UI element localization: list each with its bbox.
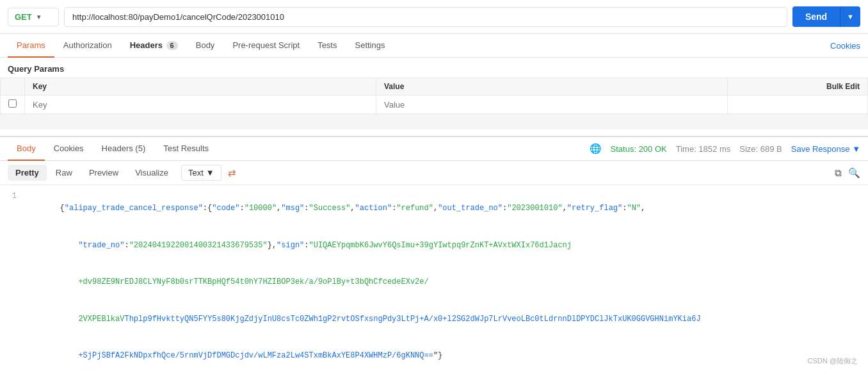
code-line-5: +SjPjSBfA2FkNDpxfhQce/5rnmVjDfDMGDcjdv/w… bbox=[0, 338, 868, 371]
response-size: Size: 689 B bbox=[739, 144, 782, 154]
tab-body[interactable]: Body bbox=[187, 34, 224, 58]
code-text-1: {"alipay_trade_cancel_response":{"code":… bbox=[23, 190, 868, 227]
url-bar: GET ▼ Send ▼ bbox=[0, 0, 868, 34]
response-meta: 🌐 Status: 200 OK Time: 1852 ms Size: 689… bbox=[590, 143, 860, 154]
tab-headers[interactable]: Headers 6 bbox=[121, 34, 187, 58]
value-col-header: Value bbox=[376, 78, 727, 95]
format-tab-visualize[interactable]: Visualize bbox=[127, 165, 176, 181]
section-divider bbox=[0, 114, 868, 129]
method-chevron: ▼ bbox=[36, 13, 42, 21]
method-label: GET bbox=[15, 12, 32, 22]
tab-params[interactable]: Params bbox=[8, 34, 54, 58]
query-params-title: Query Params bbox=[0, 58, 868, 78]
code-text-2: "trade_no":"2024041922001400321433679535… bbox=[23, 227, 868, 265]
format-tab-raw[interactable]: Raw bbox=[48, 165, 80, 181]
response-time: Time: 1852 ms bbox=[676, 144, 731, 154]
response-tab-body[interactable]: Body bbox=[8, 137, 45, 161]
send-dropdown-button[interactable]: ▼ bbox=[840, 6, 860, 27]
tab-tests[interactable]: Tests bbox=[309, 34, 346, 58]
code-text-4: 2VXPEBlkaVThplp9fHvkttyQN5FYY5s80KjgZdjy… bbox=[23, 301, 868, 338]
watermark: CSDN @陆御之 bbox=[808, 356, 858, 366]
save-response-label: Save Response bbox=[791, 144, 850, 154]
code-content: 1 {"alipay_trade_cancel_response":{"code… bbox=[0, 185, 868, 371]
format-tabs-row: Pretty Raw Preview Visualize Text ▼ ⇄ ⧉ … bbox=[0, 161, 868, 185]
search-icon[interactable]: 🔍 bbox=[848, 167, 860, 179]
table-row bbox=[1, 95, 868, 114]
bulk-edit-col-header[interactable]: Bulk Edit bbox=[727, 78, 867, 95]
code-line-4: 2VXPEBlkaVThplp9fHvkttyQN5FYY5s80KjgZdjy… bbox=[0, 301, 868, 338]
headers-badge: 6 bbox=[166, 41, 178, 50]
response-tab-headers[interactable]: Headers (5) bbox=[93, 137, 155, 161]
cookies-link[interactable]: Cookies bbox=[830, 41, 860, 51]
code-line-1: 1 {"alipay_trade_cancel_response":{"code… bbox=[0, 190, 868, 227]
code-text-3: +dv98ZE9NrEDJ8CLYNyF8b0srTTKBpHQf54t0hY7… bbox=[23, 264, 868, 301]
line-number: 1 bbox=[0, 190, 23, 202]
text-format-chevron: ▼ bbox=[206, 168, 214, 177]
tab-authorization[interactable]: Authorization bbox=[54, 34, 121, 58]
save-response-button[interactable]: Save Response ▼ bbox=[791, 144, 860, 154]
value-input[interactable] bbox=[384, 100, 719, 110]
response-section: Body Cookies Headers (5) Test Results 🌐 … bbox=[0, 136, 868, 371]
response-tab-test-results[interactable]: Test Results bbox=[154, 137, 218, 161]
row-checkbox[interactable] bbox=[8, 99, 17, 108]
params-table: Key Value Bulk Edit bbox=[0, 78, 868, 114]
row-checkbox-cell bbox=[1, 95, 25, 114]
code-line-2: "trade_no":"2024041922001400321433679535… bbox=[0, 227, 868, 265]
copy-icon[interactable]: ⧉ bbox=[835, 167, 842, 179]
code-line-3: +dv98ZE9NrEDJ8CLYNyF8b0srTTKBpHQf54t0hY7… bbox=[0, 264, 868, 301]
bulk-edit-action-cell bbox=[727, 95, 867, 114]
response-tabs: Body Cookies Headers (5) Test Results 🌐 … bbox=[0, 137, 868, 161]
globe-icon: 🌐 bbox=[590, 143, 602, 154]
text-format-label: Text bbox=[188, 168, 204, 177]
format-tab-pretty[interactable]: Pretty bbox=[8, 165, 47, 181]
query-params-section: Query Params Key Value Bulk Edit bbox=[0, 58, 868, 114]
url-input[interactable] bbox=[64, 7, 787, 27]
format-actions: ⧉ 🔍 bbox=[835, 167, 860, 179]
request-tabs: Params Authorization Headers 6 Body Pre-… bbox=[0, 34, 868, 58]
value-cell[interactable] bbox=[376, 95, 727, 114]
code-text-5: +SjPjSBfA2FkNDpxfhQce/5rnmVjDfDMGDcjdv/w… bbox=[23, 338, 868, 371]
key-input[interactable] bbox=[33, 100, 368, 110]
response-status: Status: 200 OK bbox=[611, 144, 667, 154]
wrap-icon[interactable]: ⇄ bbox=[228, 167, 236, 179]
key-cell[interactable] bbox=[25, 95, 376, 114]
method-selector[interactable]: GET ▼ bbox=[8, 8, 59, 26]
send-button-group: Send ▼ bbox=[792, 6, 860, 27]
key-col-header: Key bbox=[25, 78, 376, 95]
send-button[interactable]: Send bbox=[792, 6, 840, 27]
tab-settings[interactable]: Settings bbox=[346, 34, 394, 58]
format-tab-preview[interactable]: Preview bbox=[81, 165, 126, 181]
tab-pre-request-script[interactable]: Pre-request Script bbox=[223, 34, 309, 58]
text-format-dropdown[interactable]: Text ▼ bbox=[181, 165, 221, 181]
checkbox-col-header bbox=[1, 78, 25, 95]
response-tab-cookies[interactable]: Cookies bbox=[45, 137, 93, 161]
